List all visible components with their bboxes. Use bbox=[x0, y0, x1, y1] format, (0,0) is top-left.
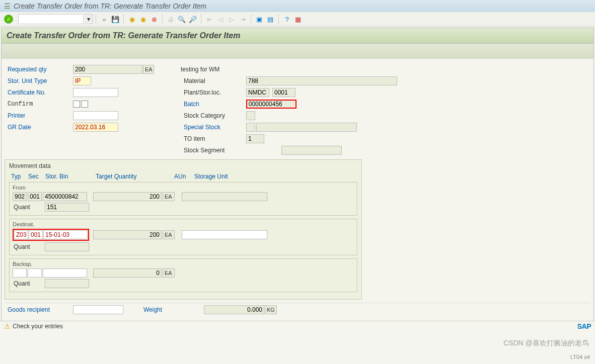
to-item-label: TO item bbox=[181, 135, 246, 142]
stock-segment-field bbox=[281, 146, 342, 155]
settings-icon[interactable]: ▦ bbox=[293, 14, 303, 24]
from-title: From bbox=[13, 185, 354, 191]
destinat-title: Destinat. bbox=[13, 221, 354, 227]
from-aun: EA bbox=[163, 192, 175, 201]
destinat-bin[interactable] bbox=[43, 230, 88, 239]
printer-label: Printer bbox=[5, 112, 73, 119]
special-stock-num-field bbox=[256, 123, 357, 132]
backsp-sec[interactable] bbox=[28, 268, 42, 278]
weight-field bbox=[204, 305, 264, 314]
material-field bbox=[246, 76, 397, 85]
confirm-checkbox-1[interactable] bbox=[73, 101, 80, 108]
window-title-bar: ☰ Create Transfer Order from TR: Generat… bbox=[0, 0, 595, 12]
next-page-icon[interactable]: ▷ bbox=[227, 14, 237, 24]
material-label: Material bbox=[181, 77, 246, 84]
first-page-icon[interactable]: ⇤ bbox=[204, 14, 214, 24]
certificate-no-field[interactable] bbox=[73, 88, 118, 97]
stor-unit-type-field[interactable] bbox=[73, 76, 91, 85]
ok-icon[interactable]: ✓ bbox=[4, 15, 13, 24]
sub-toolbar bbox=[1, 44, 594, 59]
printer-field[interactable] bbox=[73, 111, 118, 120]
left-column: Requested qty EA Stor. Unit Type Certifi… bbox=[5, 64, 166, 156]
backsp-quant bbox=[45, 279, 89, 288]
warning-icon: ⚠ bbox=[4, 322, 11, 330]
special-stock-ind-field bbox=[246, 123, 255, 132]
destinat-highlight bbox=[13, 229, 89, 241]
from-sec bbox=[28, 192, 42, 201]
backsp-typ[interactable] bbox=[13, 268, 27, 278]
from-typ bbox=[13, 192, 27, 201]
stock-category-label: Stock Category bbox=[181, 112, 246, 119]
from-frame: From EA Quant bbox=[9, 182, 357, 216]
layout-icon[interactable]: ▤ bbox=[265, 14, 275, 24]
movement-data-group: Movement data Typ Sec Stor. Bin Target Q… bbox=[5, 159, 362, 300]
backsp-bin[interactable] bbox=[43, 268, 87, 278]
requested-qty-label: Requested qty bbox=[5, 66, 73, 73]
save-icon[interactable]: 💾 bbox=[110, 14, 120, 24]
movement-data-title: Movement data bbox=[9, 162, 357, 169]
destinat-typ[interactable] bbox=[14, 230, 28, 239]
hdr-target-qty: Target Quantity bbox=[96, 173, 171, 180]
gr-date-label: GR Date bbox=[5, 124, 73, 131]
goods-recipient-label: Goods recipient bbox=[5, 306, 73, 313]
stor-unit-type-label: Stor. Unit Type bbox=[5, 77, 73, 84]
storloc-field bbox=[272, 88, 295, 97]
movement-column-headers: Typ Sec Stor. Bin Target Quantity AUn St… bbox=[9, 173, 357, 180]
from-bin bbox=[43, 192, 87, 201]
requested-qty-unit: EA bbox=[143, 65, 154, 74]
app-menu-icon[interactable]: ☰ bbox=[4, 2, 11, 10]
special-stock-label: Special Stock bbox=[181, 124, 246, 131]
destinat-quant-label: Quant bbox=[13, 243, 44, 250]
page-title: Create Transfer Order from TR: Generate … bbox=[7, 31, 240, 40]
goods-recipient-field[interactable] bbox=[73, 305, 123, 314]
new-session-icon[interactable]: ▣ bbox=[254, 14, 264, 24]
prev-page-icon[interactable]: ◁ bbox=[215, 14, 226, 24]
cancel-icon[interactable]: ⊗ bbox=[149, 14, 159, 24]
destinat-quant bbox=[45, 242, 89, 251]
gr-date-field[interactable] bbox=[73, 123, 118, 132]
backsp-aun: EA bbox=[163, 268, 175, 278]
window-title: Create Transfer Order from TR: Generate … bbox=[14, 2, 206, 10]
right-column: testing for WM Material Plant/Stor.loc. … bbox=[181, 64, 590, 156]
from-quant bbox=[45, 203, 89, 212]
print-icon[interactable]: 🖨 bbox=[166, 14, 176, 24]
plant-storloc-label: Plant/Stor.loc. bbox=[181, 89, 246, 96]
sap-logo: SAP bbox=[577, 322, 591, 330]
from-quant-label: Quant bbox=[13, 204, 44, 211]
stock-category-field bbox=[246, 111, 255, 120]
hdr-sec: Sec bbox=[28, 173, 42, 180]
weight-label: Weight bbox=[143, 306, 204, 313]
backsp-title: Backsp. bbox=[13, 261, 354, 267]
find-next-icon[interactable]: 🔎 bbox=[188, 14, 198, 24]
cancel-round-icon[interactable]: ◉ bbox=[138, 14, 148, 24]
find-icon[interactable]: 🔍 bbox=[177, 14, 187, 24]
status-message: Check your entries bbox=[13, 323, 63, 330]
backsp-frame: Backsp. EA Quant bbox=[9, 258, 357, 292]
to-item-field bbox=[246, 134, 264, 143]
back-icon[interactable]: « bbox=[99, 14, 109, 24]
certificate-no-label: Certificate No. bbox=[5, 89, 73, 96]
hdr-storage-unit: Storage Unit bbox=[194, 173, 228, 180]
command-dropdown[interactable]: ▾ bbox=[85, 14, 93, 24]
command-field[interactable] bbox=[18, 14, 84, 24]
requested-qty-field bbox=[73, 65, 142, 74]
last-page-icon[interactable]: ⇥ bbox=[238, 14, 248, 24]
app-toolbar: ✓ ▾ « 💾 ◉ ◉ ⊗ 🖨 🔍 🔎 ⇤ ◁ ▷ ⇥ ▣ ▤ ? ▦ bbox=[0, 12, 595, 27]
page-title-bar: Create Transfer Order from TR: Generate … bbox=[1, 28, 594, 44]
weight-unit: KG bbox=[265, 305, 277, 314]
confirm-label: Confirm bbox=[5, 101, 73, 108]
backsp-quant-label: Quant bbox=[13, 280, 44, 287]
hdr-stor-bin: Stor. Bin bbox=[45, 173, 93, 180]
exit-icon[interactable]: ◉ bbox=[127, 14, 137, 24]
content-area: Requested qty EA Stor. Unit Type Certifi… bbox=[1, 59, 594, 321]
from-qty bbox=[93, 192, 162, 201]
destinat-su[interactable] bbox=[182, 230, 267, 239]
batch-label: Batch bbox=[181, 101, 246, 108]
destinat-qty bbox=[93, 230, 162, 239]
backsp-qty bbox=[93, 268, 162, 278]
confirm-checkbox-2[interactable] bbox=[81, 101, 88, 108]
destinat-sec[interactable] bbox=[29, 230, 43, 239]
hdr-typ: Typ bbox=[11, 173, 25, 180]
status-bar: ⚠ Check your entries SAP bbox=[0, 321, 595, 331]
help-icon[interactable]: ? bbox=[282, 14, 292, 24]
